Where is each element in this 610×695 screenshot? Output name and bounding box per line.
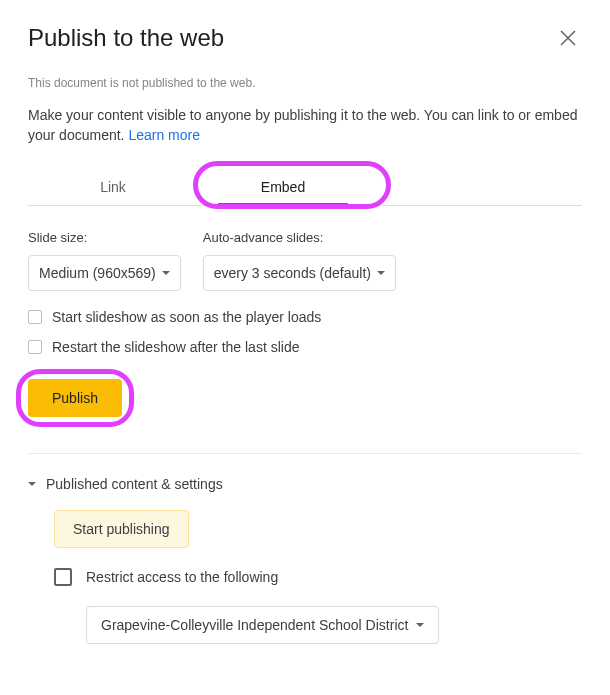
chevron-down-icon — [162, 271, 170, 275]
tab-link[interactable]: Link — [28, 169, 198, 205]
divider — [28, 453, 582, 454]
slide-size-group: Slide size: Medium (960x569) — [28, 230, 181, 291]
restrict-access-label: Restrict access to the following — [86, 569, 278, 585]
chevron-down-icon — [28, 482, 36, 486]
auto-advance-value: every 3 seconds (default) — [214, 265, 371, 281]
slide-size-value: Medium (960x569) — [39, 265, 156, 281]
close-button[interactable] — [554, 24, 582, 52]
publish-button-wrap: Publish — [28, 379, 122, 417]
auto-advance-group: Auto-advance slides: every 3 seconds (de… — [203, 230, 396, 291]
description-text: Make your content visible to anyone by p… — [28, 107, 577, 143]
checkbox-restart-slideshow[interactable] — [28, 340, 42, 354]
start-slideshow-row[interactable]: Start slideshow as soon as the player lo… — [28, 309, 582, 325]
start-publishing-button[interactable]: Start publishing — [54, 510, 189, 548]
status-text: This document is not published to the we… — [28, 76, 582, 90]
tab-bar: Link Embed — [28, 169, 582, 206]
tab-embed[interactable]: Embed — [198, 169, 368, 205]
dialog-title: Publish to the web — [28, 24, 224, 52]
domain-dropdown[interactable]: Grapevine-Colleyville Independent School… — [86, 606, 439, 644]
options-row: Slide size: Medium (960x569) Auto-advanc… — [28, 230, 582, 291]
restart-slideshow-row[interactable]: Restart the slideshow after the last sli… — [28, 339, 582, 355]
published-settings-label: Published content & settings — [46, 476, 223, 492]
slide-size-dropdown[interactable]: Medium (960x569) — [28, 255, 181, 291]
checkbox-restrict-access[interactable] — [54, 568, 72, 586]
learn-more-link[interactable]: Learn more — [128, 127, 200, 143]
published-settings-toggle[interactable]: Published content & settings — [28, 476, 582, 492]
chevron-down-icon — [416, 623, 424, 627]
auto-advance-label: Auto-advance slides: — [203, 230, 396, 245]
domain-value: Grapevine-Colleyville Independent School… — [101, 617, 408, 633]
dialog-description: Make your content visible to anyone by p… — [28, 106, 582, 145]
restart-slideshow-label: Restart the slideshow after the last sli… — [52, 339, 299, 355]
auto-advance-dropdown[interactable]: every 3 seconds (default) — [203, 255, 396, 291]
publish-dialog: Publish to the web This document is not … — [0, 0, 610, 668]
publish-button[interactable]: Publish — [28, 379, 122, 417]
start-slideshow-label: Start slideshow as soon as the player lo… — [52, 309, 321, 325]
restrict-access-row[interactable]: Restrict access to the following — [54, 568, 582, 586]
dialog-header: Publish to the web — [28, 24, 582, 52]
checkbox-start-slideshow[interactable] — [28, 310, 42, 324]
slide-size-label: Slide size: — [28, 230, 181, 245]
chevron-down-icon — [377, 271, 385, 275]
close-icon — [560, 30, 576, 46]
